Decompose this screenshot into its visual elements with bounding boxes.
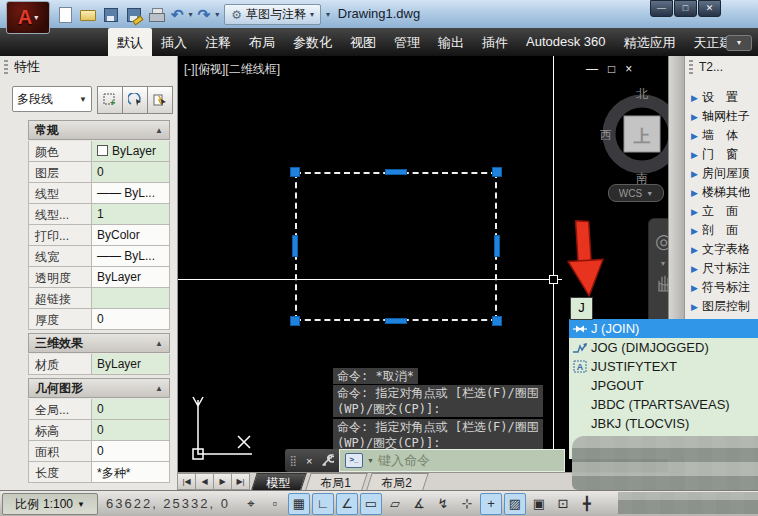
- lineweight-display-toggle[interactable]: ↯: [432, 493, 454, 515]
- object-snap-toggle[interactable]: ∡: [408, 493, 430, 515]
- ribbon-tab-output[interactable]: 输出: [429, 28, 473, 56]
- hyperlink-value[interactable]: [92, 288, 170, 309]
- autocomplete-item-jbkj[interactable]: JBKJ (TLOCVIS): [569, 414, 758, 433]
- maximize-button[interactable]: □: [674, 0, 697, 17]
- grid-display-toggle[interactable]: ▦: [288, 493, 310, 515]
- sidebar-item-symbol[interactable]: ▶符号标注: [685, 278, 758, 297]
- linetype-value[interactable]: —— ByL...: [92, 183, 170, 204]
- viewcube[interactable]: 上 北 南 东 西: [600, 84, 668, 186]
- command-input[interactable]: >_ ▼ 键入命令: [339, 449, 565, 472]
- layer-value[interactable]: 0: [92, 162, 170, 183]
- prev-layout-button[interactable]: ◀: [195, 473, 214, 490]
- sidebar-item-dimension[interactable]: ▶尺寸标注: [685, 259, 758, 278]
- infer-constraints-toggle[interactable]: ⌖: [240, 493, 262, 515]
- color-value[interactable]: ByLayer: [92, 141, 170, 162]
- 3d-object-snap-toggle[interactable]: ▨: [504, 493, 526, 515]
- sidebar-grip-icon[interactable]: [689, 60, 693, 74]
- sidebar-item-layer-control[interactable]: ▶图层控制: [685, 297, 758, 316]
- selection-cycling-toggle[interactable]: +: [480, 493, 502, 515]
- grip-bottom-left[interactable]: [290, 316, 300, 326]
- ribbon-tab-parametric[interactable]: 参数化: [284, 28, 341, 56]
- dynamic-input-toggle[interactable]: ⊡: [552, 493, 574, 515]
- command-bar-close-icon[interactable]: ×: [306, 455, 312, 467]
- sidebar-item-grid-column[interactable]: ▶轴网柱子: [685, 107, 758, 126]
- autocomplete-item-join[interactable]: J (JOIN): [569, 319, 758, 338]
- drawing-restore-button[interactable]: □: [608, 62, 615, 76]
- minimize-button[interactable]: —: [650, 0, 673, 17]
- quick-select-button[interactable]: [147, 86, 173, 114]
- viewcube-south-label[interactable]: 南: [636, 171, 648, 185]
- transparency-value[interactable]: ByLayer: [92, 267, 170, 288]
- navbar-caret-icon[interactable]: ▾: [661, 259, 665, 268]
- dynamic-ucs-toggle[interactable]: ▣: [528, 493, 550, 515]
- sidebar-item-settings[interactable]: ▶设 置: [685, 88, 758, 107]
- viewcube-west-label[interactable]: 西: [600, 128, 612, 142]
- toggle-pickadd-button[interactable]: +: [97, 86, 123, 114]
- thickness-value[interactable]: 0: [92, 309, 170, 330]
- ribbon-tab-view[interactable]: 视图: [341, 28, 385, 56]
- grip-top-left[interactable]: [290, 167, 300, 177]
- global-width-value[interactable]: 0: [92, 399, 170, 420]
- grip-right-mid[interactable]: [494, 235, 500, 257]
- sidebar-item-stairs-other[interactable]: ▶楼梯其他: [685, 183, 758, 202]
- select-objects-button[interactable]: [122, 86, 148, 114]
- snap-mode-toggle[interactable]: ▫: [264, 493, 286, 515]
- drawing-close-button[interactable]: ×: [625, 62, 632, 76]
- section-3d-header[interactable]: 三维效果▲: [28, 333, 170, 353]
- ribbon-tab-layout[interactable]: 布局: [240, 28, 284, 56]
- annotation-visibility-toggle[interactable]: ╋: [576, 493, 598, 515]
- selected-rectangle[interactable]: [295, 172, 497, 321]
- palette-grip-icon[interactable]: [4, 60, 8, 74]
- isometric-drafting-toggle[interactable]: ▭: [360, 493, 382, 515]
- annotation-scale-control[interactable]: 比例 1:100 ▼: [2, 493, 98, 515]
- object-type-selector[interactable]: 多段线 ▼: [12, 86, 92, 112]
- grip-left-mid[interactable]: [292, 235, 298, 257]
- next-layout-button[interactable]: ▶: [213, 473, 232, 490]
- ribbon-tab-plugins[interactable]: 插件: [473, 28, 517, 56]
- elevation-value[interactable]: 0: [92, 420, 170, 441]
- transparency-toggle[interactable]: ⊹: [456, 493, 478, 515]
- application-menu-button[interactable]: A ▾: [6, 1, 50, 34]
- sidebar-item-section[interactable]: ▶剖 面: [685, 221, 758, 240]
- ribbon-tab-annotate[interactable]: 注释: [196, 28, 240, 56]
- ribbon-tab-manage[interactable]: 管理: [385, 28, 429, 56]
- object-snap-tracking-toggle[interactable]: ▱: [384, 493, 406, 515]
- material-value[interactable]: ByLayer: [92, 354, 170, 375]
- tab-layout2[interactable]: 布局2: [366, 473, 428, 490]
- sidebar-item-text-table[interactable]: ▶文字表格: [685, 240, 758, 259]
- drag-grip-icon[interactable]: ⣿: [290, 455, 297, 466]
- sidebar-header[interactable]: T2...: [685, 56, 758, 78]
- ribbon-tab-default[interactable]: 默认: [108, 28, 152, 56]
- section-general-header[interactable]: 常规▲: [28, 120, 170, 140]
- close-button[interactable]: ✕: [698, 0, 721, 17]
- linetype-scale-value[interactable]: 1: [92, 204, 170, 225]
- properties-palette-header[interactable]: 特性: [0, 56, 177, 78]
- lineweight-value[interactable]: —— ByL...: [92, 246, 170, 267]
- section-geometry-header[interactable]: 几何图形▲: [28, 378, 170, 398]
- grip-bottom-right[interactable]: [492, 316, 502, 326]
- wrench-icon[interactable]: [321, 454, 334, 467]
- wcs-dropdown[interactable]: WCS ▼: [608, 184, 664, 202]
- autocomplete-item-jpgout[interactable]: JPGOUT: [569, 376, 758, 395]
- ribbon-tab-autodesk360[interactable]: Autodesk 360: [517, 28, 615, 56]
- pan-hand-icon[interactable]: [655, 271, 668, 293]
- autocomplete-item-jbdc[interactable]: JBDC (TPARTSAVEAS): [569, 395, 758, 414]
- ribbon-tab-insert[interactable]: 插入: [152, 28, 196, 56]
- grip-bottom-mid[interactable]: [385, 318, 407, 324]
- steering-wheel-icon[interactable]: ◎: [655, 231, 668, 251]
- area-value[interactable]: 0: [92, 441, 170, 462]
- length-value[interactable]: *多种*: [92, 462, 170, 483]
- sidebar-item-wall[interactable]: ▶墙 体: [685, 126, 758, 145]
- last-layout-button[interactable]: ▶|: [231, 473, 250, 490]
- ortho-mode-toggle[interactable]: ∟: [312, 493, 334, 515]
- grip-top-mid[interactable]: [385, 169, 407, 175]
- autocomplete-item-justifytext[interactable]: A JUSTIFYTEXT: [569, 357, 758, 376]
- ribbon-minimize-button[interactable]: ▾: [726, 35, 752, 51]
- tab-model[interactable]: 模型: [251, 473, 307, 490]
- plot-style-value[interactable]: ByColor: [92, 225, 170, 246]
- sidebar-item-door-window[interactable]: ▶门 窗: [685, 145, 758, 164]
- sidebar-item-elevation[interactable]: ▶立 面: [685, 202, 758, 221]
- grip-top-right[interactable]: [492, 167, 502, 177]
- polar-tracking-toggle[interactable]: ∠: [336, 493, 358, 515]
- recent-commands-caret-icon[interactable]: ▼: [367, 457, 374, 464]
